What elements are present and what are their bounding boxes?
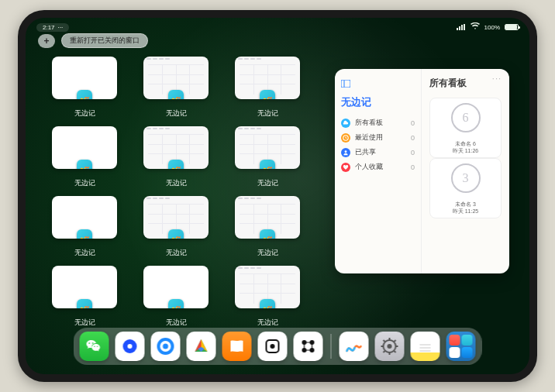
window-label: 无边记 bbox=[257, 178, 278, 188]
sidebar-toggle-icon[interactable] bbox=[341, 80, 350, 89]
window-thumb[interactable]: 无边记 bbox=[52, 266, 117, 328]
dock-app-books[interactable] bbox=[222, 332, 252, 361]
window-preview[interactable] bbox=[143, 266, 209, 308]
sidebar-item-cloud[interactable]: 所有看板0 bbox=[341, 115, 415, 130]
sidebar-item-label: 所有看板 bbox=[355, 118, 383, 128]
window-label: 无边记 bbox=[166, 178, 187, 188]
dock-app-blue1[interactable] bbox=[115, 332, 145, 361]
window-thumb[interactable]: 无边记 bbox=[143, 196, 209, 258]
panel-sidebar: 无边记 所有看板0最近使用0已共享0个人收藏0 bbox=[335, 69, 422, 273]
dock-app-blue2[interactable] bbox=[151, 332, 181, 361]
dock-app-google[interactable] bbox=[187, 332, 216, 361]
window-preview[interactable] bbox=[235, 126, 300, 169]
board-name: 未命名 6 bbox=[453, 141, 478, 147]
sidebar-item-label: 最近使用 bbox=[355, 132, 383, 143]
freeform-app-icon bbox=[168, 299, 184, 308]
freeform-app-icon bbox=[260, 229, 275, 239]
heart-icon bbox=[341, 163, 350, 172]
top-left-controls: + 重新打开已关闭的窗口 bbox=[38, 33, 148, 48]
window-thumb[interactable]: 无边记 bbox=[143, 266, 209, 328]
freeform-app-icon bbox=[77, 229, 92, 239]
svg-point-7 bbox=[163, 344, 168, 349]
more-icon: ··· bbox=[58, 24, 64, 31]
svg-line-21 bbox=[395, 351, 396, 352]
board-date: 昨天 11:26 bbox=[453, 148, 478, 154]
window-thumb[interactable]: 无边记 bbox=[235, 57, 300, 119]
dock-app-settings[interactable] bbox=[375, 332, 405, 361]
freeform-app-icon bbox=[168, 90, 184, 99]
svg-rect-0 bbox=[341, 80, 350, 88]
battery-pct: 100% bbox=[484, 24, 500, 31]
window-preview[interactable] bbox=[52, 126, 117, 169]
reopen-closed-window-button[interactable]: 重新打开已关闭的窗口 bbox=[61, 33, 148, 48]
window-preview[interactable] bbox=[52, 196, 117, 239]
freeform-app-icon bbox=[168, 160, 184, 169]
svg-line-22 bbox=[395, 340, 396, 342]
window-label: 无边记 bbox=[74, 248, 95, 258]
panel-title-right: 所有看板 bbox=[429, 77, 502, 90]
board-meta: 未命名 3昨天 11:25 bbox=[453, 201, 478, 215]
dock-app-wechat[interactable] bbox=[80, 332, 109, 361]
board-date: 昨天 11:25 bbox=[453, 208, 478, 215]
wifi-icon bbox=[471, 22, 480, 32]
window-preview[interactable] bbox=[143, 196, 209, 239]
window-label: 无边记 bbox=[166, 248, 187, 258]
signal-icon bbox=[457, 24, 466, 30]
window-thumb[interactable]: 无边记 bbox=[52, 196, 117, 258]
svg-point-9 bbox=[271, 344, 275, 349]
freeform-app-icon bbox=[168, 229, 184, 239]
clock-icon bbox=[341, 133, 350, 143]
window-label: 无边记 bbox=[257, 248, 278, 258]
window-preview[interactable] bbox=[235, 57, 300, 99]
window-thumb[interactable]: 无边记 bbox=[143, 57, 209, 119]
window-switcher-grid: 无边记无边记无边记无边记无边记无边记无边记无边记无边记无边记无边记无边记 bbox=[52, 57, 331, 328]
dock-app-white2[interactable] bbox=[294, 332, 323, 361]
window-label: 无边记 bbox=[166, 108, 187, 119]
window-label: 无边记 bbox=[74, 318, 95, 328]
dock-app-white1[interactable] bbox=[258, 332, 288, 361]
freeform-app-icon bbox=[77, 299, 92, 308]
dock-app-notes[interactable] bbox=[411, 332, 440, 361]
svg-point-5 bbox=[128, 344, 133, 349]
window-preview[interactable] bbox=[143, 126, 209, 169]
add-window-button[interactable]: + bbox=[38, 34, 55, 48]
sidebar-item-people[interactable]: 已共享0 bbox=[341, 145, 415, 160]
board-card[interactable]: 6未命名 6昨天 11:26 bbox=[429, 98, 502, 158]
window-thumb[interactable]: 无边记 bbox=[52, 126, 117, 188]
window-label: 无边记 bbox=[257, 108, 278, 119]
status-time-pill: 2:17 ··· bbox=[36, 23, 69, 32]
sidebar-item-heart[interactable]: 个人收藏0 bbox=[341, 160, 415, 174]
window-preview[interactable] bbox=[235, 196, 300, 239]
status-bar: 2:17 ··· 100% bbox=[26, 21, 529, 33]
board-name: 未命名 3 bbox=[453, 201, 478, 208]
window-thumb[interactable]: 无边记 bbox=[143, 126, 209, 188]
freeform-app-icon bbox=[77, 90, 92, 99]
window-thumb[interactable]: 无边记 bbox=[235, 126, 300, 188]
board-card[interactable]: 3未命名 3昨天 11:25 bbox=[429, 158, 502, 218]
dock-app-folder[interactable] bbox=[446, 332, 476, 361]
panel-more-icon[interactable]: ··· bbox=[492, 74, 502, 83]
battery-icon bbox=[505, 24, 519, 30]
board-meta: 未命名 6昨天 11:26 bbox=[453, 141, 478, 154]
window-label: 无边记 bbox=[257, 318, 278, 328]
screen: 2:17 ··· 100% + 重新打开已关闭的窗口 无边记无边记无边记无边记无… bbox=[26, 18, 529, 374]
freeform-app-icon bbox=[260, 90, 275, 99]
dock-app-freeform[interactable] bbox=[340, 332, 369, 361]
window-preview[interactable] bbox=[52, 57, 117, 99]
window-preview[interactable] bbox=[143, 57, 209, 99]
sidebar-item-clock[interactable]: 最近使用0 bbox=[341, 130, 415, 145]
cloud-icon bbox=[341, 119, 350, 128]
sidebar-item-count: 0 bbox=[411, 163, 415, 171]
sidebar-item-label: 个人收藏 bbox=[355, 162, 383, 172]
freeform-detail-panel[interactable]: ··· 无边记 所有看板0最近使用0已共享0个人收藏0 所有看板 6未命名 6昨… bbox=[335, 69, 509, 273]
ipad-device: 2:17 ··· 100% + 重新打开已关闭的窗口 无边记无边记无边记无边记无… bbox=[18, 10, 537, 382]
window-thumb[interactable]: 无边记 bbox=[235, 196, 300, 258]
freeform-app-icon bbox=[260, 299, 275, 308]
sidebar-item-count: 0 bbox=[411, 134, 415, 142]
window-preview[interactable] bbox=[52, 266, 117, 308]
window-preview[interactable] bbox=[235, 266, 300, 308]
people-icon bbox=[341, 148, 350, 157]
window-thumb[interactable]: 无边记 bbox=[52, 57, 117, 119]
svg-line-23 bbox=[384, 351, 385, 352]
window-thumb[interactable]: 无边记 bbox=[235, 266, 300, 328]
